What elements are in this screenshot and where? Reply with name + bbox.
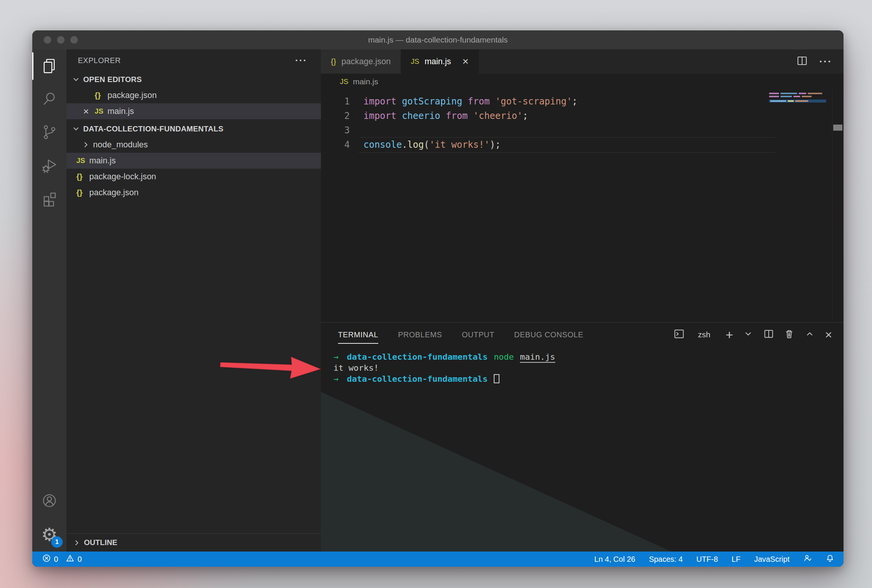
close-editor-icon[interactable]: ×: [83, 106, 95, 116]
close-tab-icon[interactable]: ×: [463, 55, 469, 68]
tree-item-package-json[interactable]: {} package.json: [66, 185, 321, 201]
open-editor-main-js[interactable]: × JS main.js: [66, 103, 321, 119]
bottom-panel: TERMINAL PROBLEMS OUTPUT DEBUG CONSOLE z…: [321, 322, 844, 552]
terminal-launch-icon[interactable]: [674, 329, 684, 341]
notifications-bell-icon[interactable]: [826, 554, 834, 564]
annotation-arrow: [216, 349, 327, 385]
js-icon: JS: [411, 57, 419, 66]
source-control-icon: [41, 124, 58, 142]
files-icon: [41, 57, 58, 75]
panel-tab-debug-console[interactable]: DEBUG CONSOLE: [514, 322, 583, 347]
maximize-panel-icon[interactable]: [804, 329, 815, 341]
breadcrumb[interactable]: JS main.js: [321, 74, 844, 90]
code-editor[interactable]: 1import gotScraping from 'got-scraping';…: [321, 90, 844, 322]
eol-status[interactable]: LF: [731, 555, 740, 564]
tree-item-node-modules[interactable]: node_modules: [66, 137, 321, 153]
chevron-right-icon: [73, 539, 81, 547]
split-terminal-icon[interactable]: [763, 329, 774, 341]
terminal[interactable]: →data-collection-fundamentalsnodemain.js…: [321, 347, 844, 552]
status-bar: 0 0 Ln 4, Col 26 Spaces: 4 UTF-8 LF Java…: [32, 552, 844, 567]
window-title: main.js — data-collection-fundamentals: [368, 35, 508, 44]
kill-terminal-icon[interactable]: [784, 329, 795, 341]
terminal-line-command: →data-collection-fundamentalsnodemain.js: [333, 351, 844, 362]
activity-bar-spacer: [32, 217, 66, 485]
scrollbar-thumb[interactable]: [833, 125, 842, 131]
open-editors-section-header[interactable]: OPEN EDITORS: [66, 71, 321, 87]
json-icon: {}: [76, 172, 89, 181]
terminal-line-output: it works!: [333, 362, 844, 373]
close-window-button[interactable]: [44, 36, 51, 44]
activity-source-control-button[interactable]: [32, 116, 66, 150]
run-debug-icon: [41, 157, 58, 175]
outline-section-header[interactable]: OUTLINE: [66, 533, 321, 552]
editor-more-actions-icon[interactable]: ···: [819, 55, 832, 68]
tree-item-main-js[interactable]: JS main.js: [66, 153, 321, 169]
open-editor-package-json[interactable]: {} package.json: [66, 87, 321, 103]
terminal-dropdown-icon[interactable]: [743, 329, 754, 341]
cursor-position-status[interactable]: Ln 4, Col 26: [594, 555, 635, 564]
search-icon: [41, 90, 58, 109]
encoding-status[interactable]: UTF-8: [697, 555, 718, 564]
tab-main-js[interactable]: JS main.js ×: [401, 49, 479, 74]
json-icon: {}: [95, 91, 107, 100]
explorer-more-actions-icon[interactable]: ···: [295, 55, 307, 66]
tree-item-package-lock-json[interactable]: {} package-lock.json: [66, 169, 321, 185]
panel-tab-output[interactable]: OUTPUT: [462, 322, 494, 347]
tab-package-json[interactable]: {} package.json: [321, 49, 401, 74]
activity-extensions-button[interactable]: [32, 183, 66, 217]
explorer-sidebar: EXPLORER ··· OPEN EDITORS {} package.jso…: [66, 49, 321, 552]
feedback-icon[interactable]: [803, 554, 812, 564]
traffic-lights: [44, 30, 78, 49]
code-line-3: 3: [321, 123, 844, 138]
code-line-1: 1import gotScraping from 'got-scraping';: [321, 94, 844, 109]
activity-run-debug-button[interactable]: [32, 150, 66, 183]
terminal-cursor: [494, 374, 499, 383]
activity-search-button[interactable]: [32, 83, 66, 116]
activity-bar: ⚙ 1: [32, 49, 66, 552]
editor-group: {} package.json JS main.js × ··· JS main…: [321, 49, 844, 552]
settings-badge: 1: [51, 536, 63, 548]
panel-header: TERMINAL PROBLEMS OUTPUT DEBUG CONSOLE z…: [321, 322, 844, 347]
json-icon: {}: [76, 188, 89, 197]
settings-button[interactable]: ⚙ 1: [32, 518, 66, 552]
minimap[interactable]: [769, 93, 826, 103]
new-terminal-icon[interactable]: +: [725, 328, 733, 341]
panel-tab-problems[interactable]: PROBLEMS: [398, 322, 442, 347]
extensions-icon: [41, 191, 58, 209]
vscode-window: main.js — data-collection-fundamentals: [32, 30, 844, 567]
current-line-highlight: [359, 137, 775, 153]
chevron-right-icon: [82, 141, 90, 149]
minimize-window-button[interactable]: [57, 36, 65, 44]
account-icon: [41, 492, 58, 511]
split-editor-icon[interactable]: [796, 55, 808, 68]
sidebar-title: EXPLORER: [78, 56, 121, 65]
panel-tab-terminal[interactable]: TERMINAL: [338, 322, 378, 347]
zoom-window-button[interactable]: [70, 36, 78, 44]
error-icon: [42, 554, 51, 564]
activity-explorer-button[interactable]: [32, 49, 66, 83]
js-icon: JS: [340, 77, 348, 86]
code-line-2: 2import cheerio from 'cheerio';: [321, 109, 844, 123]
problems-status[interactable]: 0 0: [42, 554, 82, 564]
shell-name[interactable]: zsh: [698, 330, 711, 339]
editor-scrollbar[interactable]: [832, 90, 844, 322]
chevron-down-icon: [72, 75, 80, 84]
warning-icon: [66, 554, 74, 564]
indentation-status[interactable]: Spaces: 4: [649, 555, 683, 564]
breadcrumb-file[interactable]: main.js: [353, 77, 378, 86]
terminal-line-prompt: →data-collection-fundamentals: [333, 373, 844, 384]
chevron-down-icon: [72, 125, 80, 133]
project-section-header[interactable]: DATA-COLLECTION-FUNDAMENTALS: [66, 121, 321, 137]
js-icon: JS: [95, 107, 107, 115]
language-status[interactable]: JavaScript: [754, 555, 790, 564]
js-icon: JS: [76, 156, 89, 165]
close-panel-icon[interactable]: ×: [825, 329, 832, 341]
tab-bar: {} package.json JS main.js × ···: [321, 49, 844, 74]
title-bar: main.js — data-collection-fundamentals: [32, 30, 844, 49]
accounts-button[interactable]: [32, 485, 66, 518]
json-icon: {}: [331, 57, 336, 66]
